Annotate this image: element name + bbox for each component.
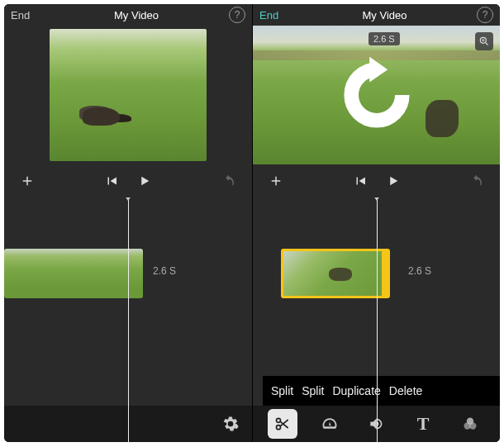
clip-actions-bar: Split Split Duplicate Delete xyxy=(263,376,500,406)
play-button[interactable] xyxy=(378,166,408,196)
duplicate-button[interactable]: Duplicate xyxy=(330,384,382,397)
gear-icon xyxy=(222,416,239,432)
skip-back-button[interactable] xyxy=(97,166,126,196)
split-button-2[interactable]: Split xyxy=(300,384,326,397)
delete-button[interactable]: Delete xyxy=(388,384,424,397)
text-tool-button[interactable]: T xyxy=(408,409,438,439)
transport-controls xyxy=(253,164,500,197)
timeline-clip[interactable] xyxy=(4,249,143,298)
split-button[interactable]: Split xyxy=(269,384,295,397)
svg-point-5 xyxy=(469,422,476,429)
cut-tool-button[interactable] xyxy=(268,409,297,439)
preview-frame-image xyxy=(50,29,207,161)
duration-badge: 2.6 S xyxy=(368,32,400,45)
playhead-line xyxy=(128,197,129,442)
skip-back-button[interactable] xyxy=(345,166,375,196)
timeline-clip-selected[interactable] xyxy=(281,249,390,298)
header: End My Video ? xyxy=(4,4,252,26)
project-title: My Video xyxy=(44,9,229,21)
undo-button[interactable] xyxy=(214,166,244,196)
transport-controls xyxy=(4,164,252,197)
preview-frame-image[interactable]: 2.6 S xyxy=(253,26,500,164)
preview-area xyxy=(4,26,252,164)
speedometer-icon xyxy=(321,416,338,432)
editor-pane-right: End My Video ? 2.6 S xyxy=(252,4,500,442)
clip-trim-handle-right[interactable] xyxy=(382,249,390,298)
clip-duration-label: 2.6 S xyxy=(153,265,176,277)
scissors-icon xyxy=(274,416,291,432)
video-preview[interactable] xyxy=(50,29,207,161)
add-media-button[interactable] xyxy=(12,166,42,196)
header: End My Video ? xyxy=(253,4,500,26)
preview-area: 2.6 S xyxy=(253,26,500,164)
settings-button[interactable] xyxy=(216,409,245,439)
magnifier-plus-icon xyxy=(478,36,490,47)
timeline[interactable]: 2.6 S xyxy=(4,197,252,442)
rotate-ccw-icon xyxy=(331,50,422,140)
color-filter-icon xyxy=(462,416,478,432)
done-button[interactable]: End xyxy=(259,9,292,21)
add-media-button[interactable] xyxy=(261,166,291,196)
undo-button[interactable] xyxy=(462,166,492,196)
help-icon[interactable]: ? xyxy=(229,7,245,23)
done-button[interactable]: End xyxy=(11,9,44,21)
zoom-button[interactable] xyxy=(475,32,493,50)
timeline[interactable]: 2.6 S Split Split Duplicate Delete T xyxy=(253,197,500,442)
playhead-marker[interactable] xyxy=(122,197,134,201)
play-button[interactable] xyxy=(130,166,159,196)
filter-tool-button[interactable] xyxy=(455,409,485,439)
project-title: My Video xyxy=(292,9,477,21)
text-icon: T xyxy=(417,413,430,435)
playhead-line xyxy=(377,197,378,442)
speed-tool-button[interactable] xyxy=(315,409,345,439)
editor-pane-left: End My Video ? xyxy=(4,4,252,442)
playhead-marker[interactable] xyxy=(371,197,383,201)
help-icon[interactable]: ? xyxy=(477,7,493,23)
clip-duration-label: 2.6 S xyxy=(408,265,431,277)
